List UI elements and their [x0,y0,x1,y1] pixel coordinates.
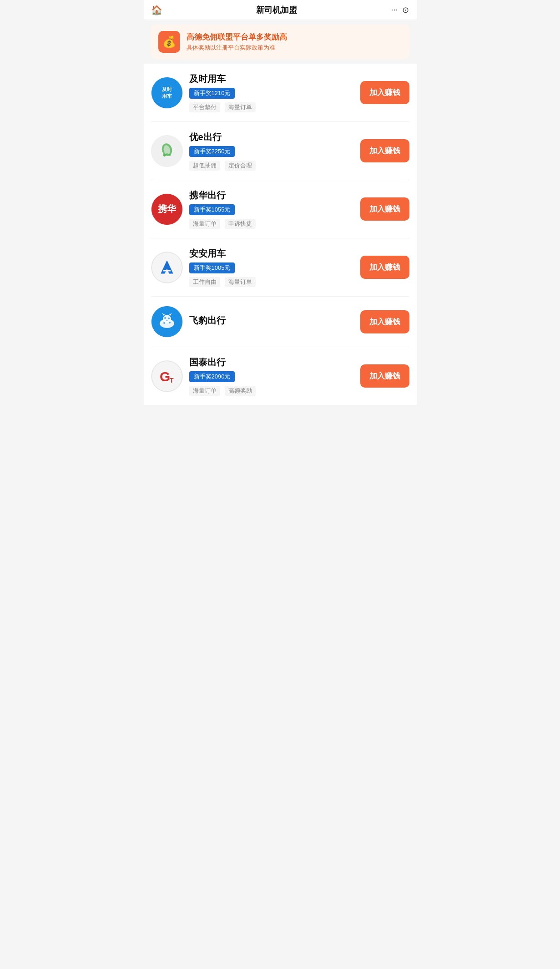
svg-point-10 [166,320,167,321]
join-button[interactable]: 加入赚钱 [360,81,409,104]
page-title: 新司机加盟 [256,5,297,15]
list-item: 飞豹出行 加入赚钱 [151,297,409,347]
svg-point-12 [169,322,171,323]
reward-badge: 新手奖1055元 [189,204,235,215]
card-tags: 海量订单申诉快捷 [189,219,354,229]
card-tags: 超低抽佣定价合理 [189,161,354,171]
join-button[interactable]: 加入赚钱 [360,139,409,162]
tag: 定价合理 [225,161,256,171]
home-icon[interactable]: 🏠 [151,5,162,15]
platform-name: 及时用车 [189,73,354,85]
svg-point-8 [164,317,166,319]
svg-point-11 [163,322,165,324]
svg-text:G: G [160,369,170,384]
svg-point-4 [168,153,171,156]
banner-text: 高德免佣联盟平台单多奖励高 具体奖励以注册平台实际政策为准 [187,32,287,52]
platform-info: 国泰出行 新手奖2090元 海量订单高额奖励 [189,356,354,396]
nav-bar: 🏠 新司机加盟 ··· ⊙ [144,0,417,20]
reward-badge: 新手奖2090元 [189,371,235,382]
tag: 海量订单 [189,386,220,396]
svg-text:T: T [170,377,174,384]
tag: 平台垫付 [189,102,220,112]
platform-logo: 携华 [151,193,183,225]
tag: 海量订单 [225,102,256,112]
header-actions: ··· ⊙ [391,5,409,15]
scan-icon[interactable]: ⊙ [402,5,409,15]
list-item: 安安用车 新手奖1005元 工作自由海量订单 加入赚钱 [151,238,409,297]
list-item: 优e出行 新手奖2250元 超低抽佣定价合理 加入赚钱 [151,122,409,180]
banner-icon: 💰 [158,31,180,53]
join-button[interactable]: 加入赚钱 [360,364,409,388]
platform-logo [151,252,183,283]
list-item: 携华 携华出行 新手奖1055元 海量订单申诉快捷 加入赚钱 [151,180,409,238]
platform-logo: G T [151,360,183,392]
platform-name: 携华出行 [189,189,354,202]
platform-logo [151,306,183,338]
tag: 海量订单 [189,219,220,229]
reward-badge: 新手奖1005元 [189,262,235,273]
svg-point-9 [168,318,170,319]
platform-info: 及时用车 新手奖1210元 平台垫付海量订单 [189,73,354,112]
platform-info: 安安用车 新手奖1005元 工作自由海量订单 [189,247,354,287]
platform-name: 国泰出行 [189,356,354,368]
platform-name: 优e出行 [189,131,354,143]
platform-list: 及时用车 及时用车 新手奖1210元 平台垫付海量订单 加入赚钱 优e出行 新手… [144,64,417,405]
list-item: 及时用车 及时用车 新手奖1210元 平台垫付海量订单 加入赚钱 [151,64,409,122]
join-button[interactable]: 加入赚钱 [360,256,409,279]
join-button[interactable]: 加入赚钱 [360,197,409,221]
tag: 高额奖励 [225,386,256,396]
platform-name: 飞豹出行 [189,314,354,327]
platform-logo [151,135,183,167]
banner-title: 高德免佣联盟平台单多奖励高 [187,32,287,43]
promo-banner[interactable]: 💰 高德免佣联盟平台单多奖励高 具体奖励以注册平台实际政策为准 [151,25,409,59]
banner-subtitle: 具体奖励以注册平台实际政策为准 [187,44,287,52]
card-tags: 平台垫付海量订单 [189,102,354,112]
platform-info: 携华出行 新手奖1055元 海量订单申诉快捷 [189,189,354,229]
tag: 海量订单 [225,277,256,287]
card-tags: 海量订单高额奖励 [189,386,354,396]
tag: 申诉快捷 [225,219,256,229]
svg-point-3 [163,154,165,156]
platform-name: 安安用车 [189,247,354,260]
list-item: G T 国泰出行 新手奖2090元 海量订单高额奖励 加入赚钱 [151,347,409,405]
tag: 工作自由 [189,277,220,287]
more-icon[interactable]: ··· [391,5,398,15]
platform-info: 优e出行 新手奖2250元 超低抽佣定价合理 [189,131,354,171]
reward-badge: 新手奖1210元 [189,88,235,99]
reward-badge: 新手奖2250元 [189,146,235,157]
platform-logo: 及时用车 [151,77,183,109]
card-tags: 工作自由海量订单 [189,277,354,287]
tag: 超低抽佣 [189,161,220,171]
join-button[interactable]: 加入赚钱 [360,310,409,333]
platform-info: 飞豹出行 [189,314,354,329]
